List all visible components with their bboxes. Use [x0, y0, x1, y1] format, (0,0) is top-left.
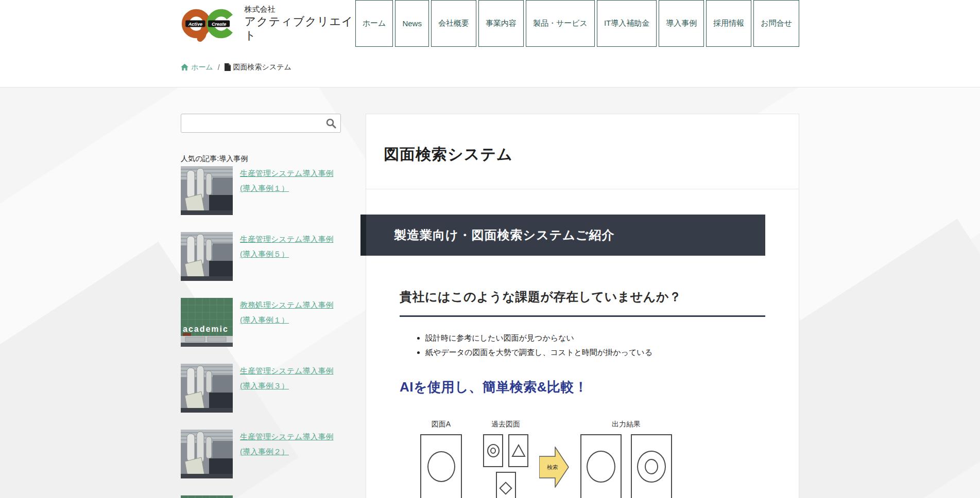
output-drawing-concentric	[631, 434, 672, 498]
svg-text:検索: 検索	[547, 464, 558, 470]
article-link[interactable]: 生産管理システム導入事例(導入事例２）	[240, 430, 341, 478]
article-list-item: 生産管理システム導入事例(導入事例２）	[181, 430, 341, 478]
challenge-heading: 貴社にはこのような課題が存在していませんか？	[400, 289, 765, 317]
nav-item-company[interactable]: 会社概要	[431, 0, 476, 47]
popular-articles-list: 生産管理システム導入事例(導入事例１）	[181, 166, 341, 498]
article-thumbnail-factory[interactable]	[181, 430, 233, 478]
article-list-item: 生産管理システム導入事例(導入事例５）	[181, 232, 341, 281]
diagram-output-label: 出力結果	[612, 420, 641, 429]
main-nav: ホーム News 会社概要 事業内容 製品・サービス IT導入補助金 導入事例 …	[355, 0, 799, 47]
svg-text:Create: Create	[212, 22, 226, 27]
output-drawing-circle	[580, 434, 622, 498]
svg-text:Active: Active	[188, 22, 202, 27]
popular-articles-heading: 人気の記事:導入事例	[181, 154, 341, 164]
company-logo[interactable]: Active Create 株式会社 アクティブクリエイト	[181, 0, 355, 47]
main-content: 図面検索システム 製造業向け・図面検索システムご紹介 貴社にはこのような課題が存…	[366, 114, 799, 498]
page-title: 図面検索システム	[384, 144, 781, 165]
nav-item-home[interactable]: ホーム	[355, 0, 393, 47]
article-thumbnail-factory[interactable]	[181, 232, 233, 281]
section-banner: 製造業向け・図面検索システムご紹介	[360, 215, 765, 256]
search-input[interactable]	[181, 114, 341, 133]
logo-ac-icon: Active Create	[181, 5, 238, 42]
nav-item-recruit[interactable]: 採用情報	[706, 0, 751, 47]
breadcrumb: ホーム / 図面検索システム	[181, 63, 291, 72]
diagram-input-column: 図面A	[420, 420, 462, 498]
article-list-item: academic 教務処理システム導入事例(導入事例１）	[181, 298, 341, 347]
nav-item-it-subsidy[interactable]: IT導入補助金	[597, 0, 657, 47]
nav-item-business[interactable]: 事業内容	[478, 0, 524, 47]
search-icon[interactable]	[325, 118, 336, 129]
article-link[interactable]: 教務処理システム導入事例(導入事例１）	[240, 495, 341, 498]
article-link[interactable]: 生産管理システム導入事例(導入事例１）	[240, 166, 341, 215]
past-drawing-concentric	[483, 434, 503, 467]
article-link[interactable]: 生産管理システム導入事例(導入事例５）	[240, 232, 341, 281]
challenge-item: 設計時に参考にしたい図面が見つからない	[425, 333, 765, 343]
concentric-circle-shape	[487, 444, 500, 457]
breadcrumb-home-link[interactable]: ホーム	[181, 63, 213, 72]
article-thumbnail-academic[interactable]: academic	[181, 298, 233, 347]
nav-item-news[interactable]: News	[395, 0, 429, 47]
company-name: 株式会社 アクティブクリエイト	[245, 5, 355, 43]
nav-item-case-studies[interactable]: 導入事例	[659, 0, 704, 47]
article-list-item: 生産管理システム導入事例(導入事例１）	[181, 166, 341, 215]
document-icon	[225, 63, 231, 71]
diagram-input-drawing	[420, 434, 462, 498]
circle-shape	[587, 451, 615, 483]
search-flow-diagram: 図面A 過去図面	[420, 420, 765, 498]
diamond-shape	[499, 482, 512, 494]
concentric-circle-shape	[637, 451, 666, 483]
breadcrumb-current: 図面検索システム	[225, 63, 291, 72]
circle-shape	[427, 451, 455, 482]
search-arrow: 検索	[539, 447, 569, 490]
sidebar: 人気の記事:導入事例	[181, 114, 341, 498]
article-thumbnail-factory[interactable]	[181, 364, 233, 413]
article-thumbnail-academic[interactable]: academic	[181, 495, 233, 498]
diagram-input-label: 図面A	[432, 420, 451, 429]
ai-heading: AIを使用し、簡単検索&比較！	[400, 378, 765, 396]
home-icon	[181, 64, 188, 71]
diagram-output-column: 出力結果	[580, 420, 672, 498]
diagram-past-label: 過去図面	[491, 420, 520, 429]
past-drawing-diamond	[496, 472, 516, 498]
nav-item-products[interactable]: 製品・サービス	[526, 0, 595, 47]
site-header: Active Create 株式会社 アクティブクリエイト ホーム News 会…	[0, 0, 980, 87]
article-link[interactable]: 生産管理システム導入事例(導入事例３）	[240, 364, 341, 413]
challenge-list: 設計時に参考にしたい図面が見つからない 紙やデータの図面を大勢で調査し、コストと…	[425, 333, 765, 358]
diagram-past-column: 過去図面	[483, 420, 528, 498]
nav-item-contact[interactable]: お問合せ	[753, 0, 799, 47]
article-list-item: 生産管理システム導入事例(導入事例３）	[181, 364, 341, 413]
svg-text:academic: academic	[183, 325, 229, 333]
triangle-shape	[511, 444, 526, 457]
challenge-item: 紙やデータの図面を大勢で調査し、コストと時間が掛かっている	[425, 348, 765, 358]
article-link[interactable]: 教務処理システム導入事例(導入事例１）	[240, 298, 341, 347]
article-list-item: academic 教務処理システム導入事例(導入事例１）	[181, 495, 341, 498]
past-drawing-triangle	[508, 434, 528, 467]
breadcrumb-separator: /	[217, 63, 221, 72]
article-thumbnail-factory[interactable]	[181, 166, 233, 215]
